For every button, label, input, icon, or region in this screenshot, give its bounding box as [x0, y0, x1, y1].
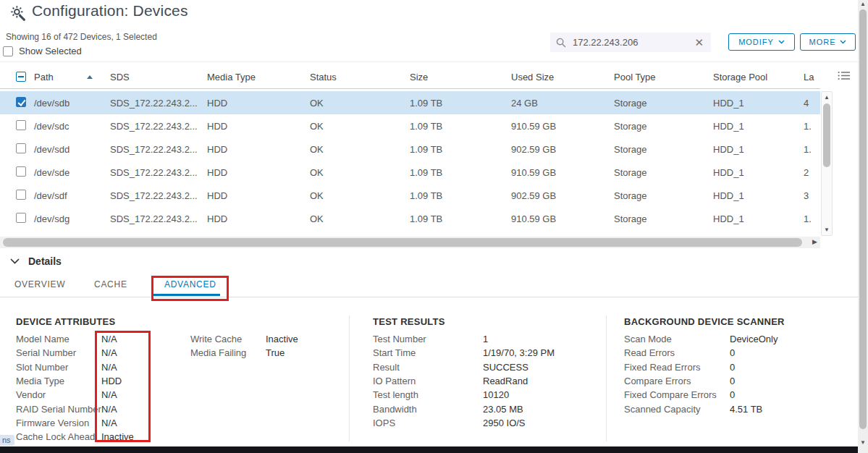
table-horizontal-scrollbar[interactable]: ▶: [0, 237, 820, 248]
device-row-sdg[interactable]: /dev/sdg SDS_172.22.243.2... HDD OK 1.09…: [0, 207, 820, 230]
row-checkbox-cell[interactable]: [0, 120, 34, 132]
column-header-status[interactable]: Status: [310, 72, 410, 82]
attribute-row: Cache Lock AheadInactive: [16, 430, 134, 444]
section-divider: [349, 316, 350, 441]
row-checkbox-cell[interactable]: [0, 97, 34, 109]
cell-media-type: HDD: [207, 190, 310, 201]
device-count-summary: Showing 16 of 472 Devices, 1 Selected: [6, 32, 157, 42]
scanner-row: Fixed Read Errors0: [624, 360, 778, 374]
scanner-row: Fixed Compare Errors0: [624, 388, 778, 402]
configuration-gear-wrench-icon: [9, 4, 28, 22]
chevron-down-icon: [840, 40, 846, 44]
device-row-sdc[interactable]: /dev/sdc SDS_172.22.243.2... HDD OK 1.09…: [0, 114, 820, 137]
cell-size: 1.09 TB: [410, 167, 511, 178]
tab-overview[interactable]: OVERVIEW: [14, 279, 65, 289]
scroll-down-arrow-icon[interactable]: ▼: [858, 439, 868, 446]
row-checkbox[interactable]: [16, 213, 26, 223]
device-attributes-list: Model NameN/A Serial NumberN/A Slot Numb…: [16, 332, 134, 444]
column-header-used-size[interactable]: Used Size: [511, 72, 614, 82]
cell-status: OK: [310, 190, 410, 201]
cell-last: 3: [804, 190, 820, 201]
modify-button[interactable]: MODIFY: [728, 33, 795, 51]
column-header-sds[interactable]: SDS: [110, 72, 207, 82]
select-all-cell[interactable]: [0, 72, 34, 82]
row-checkbox-cell[interactable]: [0, 190, 34, 202]
search-icon: [556, 38, 566, 48]
clear-search-icon[interactable]: ✕: [693, 37, 705, 48]
result-row: IO PatternReadRand: [373, 374, 555, 388]
device-row-sdf[interactable]: /dev/sdf SDS_172.22.243.2... HDD OK 1.09…: [0, 184, 820, 207]
row-checkbox[interactable]: [16, 143, 26, 153]
show-selected-checkbox[interactable]: [3, 46, 13, 56]
tab-advanced[interactable]: ADVANCED: [164, 279, 216, 289]
search-box[interactable]: 172.22.243.206 ✕: [550, 33, 711, 52]
cell-size: 1.09 TB: [410, 121, 511, 132]
row-checkbox-cell[interactable]: [0, 166, 34, 179]
cell-last: 1.: [804, 144, 820, 155]
cell-pool-type: Storage: [614, 144, 713, 155]
result-row: ResultSUCCESS: [373, 360, 555, 374]
column-header-path[interactable]: Path: [34, 72, 110, 82]
toolbar-divider: [0, 62, 858, 62]
device-row-sdd[interactable]: /dev/sdd SDS_172.22.243.2... HDD OK 1.09…: [0, 137, 820, 161]
row-checkbox-cell[interactable]: [0, 143, 34, 156]
device-attributes-list-2: Write CacheInactive Media FailingTrue: [190, 332, 298, 360]
page-scrollbar-thumb[interactable]: [859, 9, 867, 429]
tab-cache[interactable]: CACHE: [94, 279, 127, 289]
row-checkbox[interactable]: [16, 166, 26, 177]
scanner-row: Read Errors0: [624, 346, 778, 360]
cell-path: /dev/sdg: [34, 213, 110, 224]
section-divider: [606, 316, 607, 441]
cell-sds: SDS_172.22.243.2...: [110, 213, 207, 224]
vertical-scrollbar-thumb[interactable]: [823, 103, 830, 167]
cell-last: 4: [804, 98, 820, 109]
column-header-last[interactable]: La: [804, 72, 820, 82]
cell-pool-type: Storage: [614, 167, 713, 178]
page-vertical-scrollbar[interactable]: ▲ ▼: [858, 0, 868, 453]
column-settings-icon[interactable]: [838, 70, 851, 81]
show-selected-toggle[interactable]: Show Selected: [3, 46, 82, 56]
cell-storage-pool: HDD_1: [713, 121, 804, 132]
horizontal-scrollbar-thumb[interactable]: [3, 238, 802, 247]
cell-pool-type: Storage: [614, 98, 713, 109]
result-row: Start Time1/19/70, 3:29 PM: [373, 346, 555, 360]
cell-size: 1.09 TB: [410, 190, 511, 201]
row-checkbox[interactable]: [16, 97, 26, 107]
cell-size: 1.09 TB: [410, 98, 511, 109]
cell-used-size: 24 GB: [511, 98, 614, 109]
cell-media-type: HDD: [207, 98, 310, 109]
cell-status: OK: [310, 98, 410, 109]
details-section-toggle[interactable]: Details: [10, 255, 62, 267]
cell-last: 2: [804, 167, 820, 178]
column-header-size[interactable]: Size: [410, 72, 511, 82]
app-window: Configuration: Devices Showing 16 of 472…: [0, 0, 868, 453]
scroll-right-arrow-icon[interactable]: ▶: [812, 238, 817, 245]
row-checkbox[interactable]: [16, 120, 26, 130]
column-header-storage-pool[interactable]: Storage Pool: [713, 72, 804, 82]
cell-used-size: 910.59 GB: [511, 167, 614, 178]
scanner-row: Compare Errors0: [624, 374, 778, 388]
more-button-label: MORE: [809, 38, 836, 46]
search-input[interactable]: 172.22.243.206: [573, 37, 693, 48]
row-checkbox[interactable]: [16, 190, 26, 200]
show-selected-label: Show Selected: [19, 46, 82, 56]
result-row: Bandwidth23.05 MB: [373, 402, 555, 415]
column-header-pool-type[interactable]: Pool Type: [614, 72, 713, 82]
attribute-row: Slot NumberN/A: [16, 360, 134, 374]
column-header-media-type[interactable]: Media Type: [207, 72, 310, 82]
cell-used-size: 902.59 GB: [511, 190, 614, 201]
cell-size: 1.09 TB: [410, 144, 511, 155]
attribute-row: Write CacheInactive: [190, 332, 298, 346]
row-checkbox-cell[interactable]: [0, 213, 34, 225]
scroll-down-arrow-icon[interactable]: ▼: [822, 226, 832, 233]
cell-sds: SDS_172.22.243.2...: [110, 121, 207, 132]
device-row-sde[interactable]: /dev/sde SDS_172.22.243.2... HDD OK 1.09…: [0, 161, 820, 184]
scroll-up-arrow-icon[interactable]: ▲: [858, 1, 868, 7]
device-row-sdb[interactable]: /dev/sdb SDS_172.22.243.2... HDD OK 1.09…: [0, 91, 820, 114]
attribute-row: Model NameN/A: [16, 332, 134, 346]
table-vertical-scrollbar[interactable]: ▲ ▼: [821, 91, 833, 236]
cell-used-size: 910.59 GB: [511, 213, 614, 224]
select-all-checkbox-indeterminate[interactable]: [16, 72, 26, 82]
more-button[interactable]: MORE: [800, 33, 856, 51]
scroll-up-arrow-icon[interactable]: ▲: [822, 94, 832, 101]
